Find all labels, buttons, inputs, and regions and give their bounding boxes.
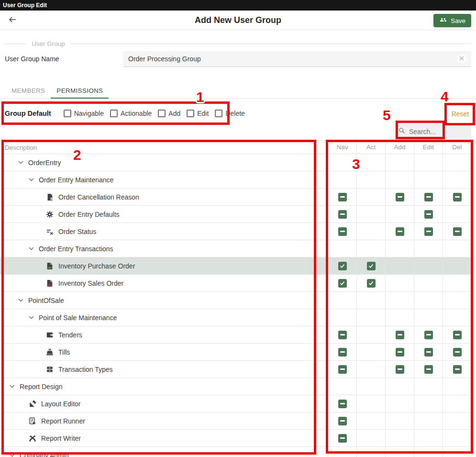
perm-cell-add[interactable] [385, 257, 414, 274]
checkbox-indeterminate-icon[interactable] [424, 210, 433, 219]
tree-node[interactable]: Point of Sale Maintenance [0, 309, 328, 326]
checkbox-indeterminate-icon[interactable] [396, 365, 404, 374]
perm-cell-del[interactable] [443, 223, 471, 240]
perm-cell-nav[interactable] [328, 430, 356, 446]
checkbox-unchecked-icon[interactable] [215, 110, 222, 117]
table-row[interactable]: Layout Editor [0, 395, 471, 412]
perm-cell-nav[interactable] [328, 189, 356, 205]
checkbox-indeterminate-icon[interactable] [338, 348, 347, 357]
perm-cell-del[interactable] [443, 171, 471, 188]
perm-cell-edit[interactable] [414, 275, 443, 291]
perm-cell-edit[interactable] [414, 154, 443, 171]
tree-node[interactable]: Order Entry Transactions [0, 240, 328, 257]
perm-cell-nav[interactable] [328, 223, 356, 240]
checkbox-indeterminate-icon[interactable] [453, 331, 462, 339]
tree-node[interactable]: POInventory Purchase Order [0, 257, 328, 274]
perm-cell-act[interactable] [356, 292, 385, 309]
perm-cell-act[interactable] [356, 326, 385, 343]
table-row[interactable]: OrderEntry [0, 154, 471, 171]
tree-node[interactable]: Report Writer [0, 430, 328, 446]
perm-cell-del[interactable] [443, 361, 471, 378]
perm-cell-add[interactable] [385, 206, 414, 223]
chevron-down-icon[interactable] [29, 178, 34, 181]
chevron-down-icon[interactable] [18, 161, 23, 164]
perm-cell-nav[interactable] [328, 292, 356, 309]
perm-cell-edit[interactable] [414, 309, 443, 326]
checkbox-checked-icon[interactable] [367, 262, 376, 270]
save-button[interactable]: Save [433, 14, 471, 27]
perm-cell-del[interactable] [443, 309, 471, 326]
back-button[interactable] [7, 15, 18, 26]
perm-cell-add[interactable] [385, 171, 414, 188]
perm-cell-nav[interactable] [328, 326, 356, 343]
tree-node[interactable]: Tenders [0, 326, 328, 343]
tree-node[interactable]: Report Runner [0, 412, 328, 429]
tab-members[interactable]: MEMBERS [6, 84, 51, 98]
perm-cell-act[interactable] [356, 257, 385, 274]
tree-node[interactable]: Layout Editor [0, 395, 328, 412]
tab-permissions[interactable]: PERMISSIONS [51, 84, 109, 98]
group-default-checkbox-add[interactable]: Add [158, 110, 180, 117]
perm-cell-edit[interactable] [414, 361, 443, 378]
group-default-checkbox-delete[interactable]: Delete [215, 110, 244, 117]
perm-cell-act[interactable] [356, 154, 385, 171]
perm-cell-add[interactable] [385, 292, 414, 309]
perm-cell-add[interactable] [385, 378, 414, 395]
perm-cell-del[interactable] [443, 154, 471, 171]
tree-node[interactable]: Tills [0, 344, 328, 360]
perm-cell-edit[interactable] [414, 447, 443, 457]
checkbox-indeterminate-icon[interactable] [424, 331, 433, 339]
chevron-down-icon[interactable] [29, 247, 34, 250]
perm-cell-del[interactable] [443, 206, 471, 223]
checkbox-checked-icon[interactable] [338, 279, 347, 288]
checkbox-indeterminate-icon[interactable] [338, 210, 347, 219]
checkbox-indeterminate-icon[interactable] [453, 227, 462, 236]
perm-cell-edit[interactable] [414, 171, 443, 188]
checkbox-indeterminate-icon[interactable] [338, 417, 347, 425]
checkbox-indeterminate-icon[interactable] [338, 365, 347, 374]
checkbox-indeterminate-icon[interactable] [453, 365, 462, 374]
perm-cell-add[interactable] [385, 412, 414, 429]
perm-cell-add[interactable] [385, 189, 414, 205]
table-row[interactable]: Tills [0, 344, 471, 361]
perm-cell-del[interactable] [443, 344, 471, 360]
tree-node[interactable]: Order Entry Defaults [0, 206, 328, 223]
perm-cell-act[interactable] [356, 240, 385, 257]
checkbox-checked-icon[interactable] [338, 262, 347, 270]
perm-cell-act[interactable] [356, 189, 385, 205]
perm-cell-edit[interactable] [414, 395, 443, 412]
group-default-checkbox-navigable[interactable]: Navigable [64, 110, 104, 117]
perm-cell-del[interactable] [443, 395, 471, 412]
perm-cell-act[interactable] [356, 223, 385, 240]
table-row[interactable]: Order Entry Defaults [0, 206, 471, 223]
perm-cell-del[interactable] [443, 412, 471, 429]
search-input[interactable] [409, 128, 466, 135]
perm-cell-edit[interactable] [414, 378, 443, 395]
perm-cell-act[interactable] [356, 430, 385, 446]
perm-cell-act[interactable] [356, 361, 385, 378]
perm-cell-edit[interactable] [414, 412, 443, 429]
table-row[interactable]: Tenders [0, 326, 471, 344]
perm-cell-del[interactable] [443, 447, 471, 457]
perm-cell-nav[interactable] [328, 344, 356, 360]
perm-cell-act[interactable] [356, 309, 385, 326]
checkbox-unchecked-icon[interactable] [64, 110, 71, 117]
table-row[interactable]: Order Entry Maintenance [0, 171, 471, 189]
perm-cell-nav[interactable] [328, 257, 356, 274]
group-default-checkbox-actionable[interactable]: Actionable [110, 110, 152, 117]
clear-input-button[interactable] [457, 54, 466, 64]
tree-node[interactable]: Order Entry Maintenance [0, 171, 328, 188]
tree-node[interactable]: OrderEntry [0, 154, 328, 171]
checkbox-indeterminate-icon[interactable] [424, 365, 433, 374]
perm-cell-edit[interactable] [414, 189, 443, 205]
perm-cell-act[interactable] [356, 206, 385, 223]
table-row[interactable]: SOInventory Sales Order [0, 275, 471, 292]
perm-cell-edit[interactable] [414, 292, 443, 309]
table-row[interactable]: Order Entry Transactions [0, 240, 471, 257]
perm-cell-add[interactable] [385, 240, 414, 257]
tree-node[interactable]: Company Admin [0, 447, 328, 457]
table-row[interactable]: Report Design [0, 378, 471, 395]
perm-cell-nav[interactable] [328, 206, 356, 223]
chevron-down-icon[interactable] [10, 385, 15, 388]
table-row[interactable]: Point of Sale Maintenance [0, 309, 471, 326]
